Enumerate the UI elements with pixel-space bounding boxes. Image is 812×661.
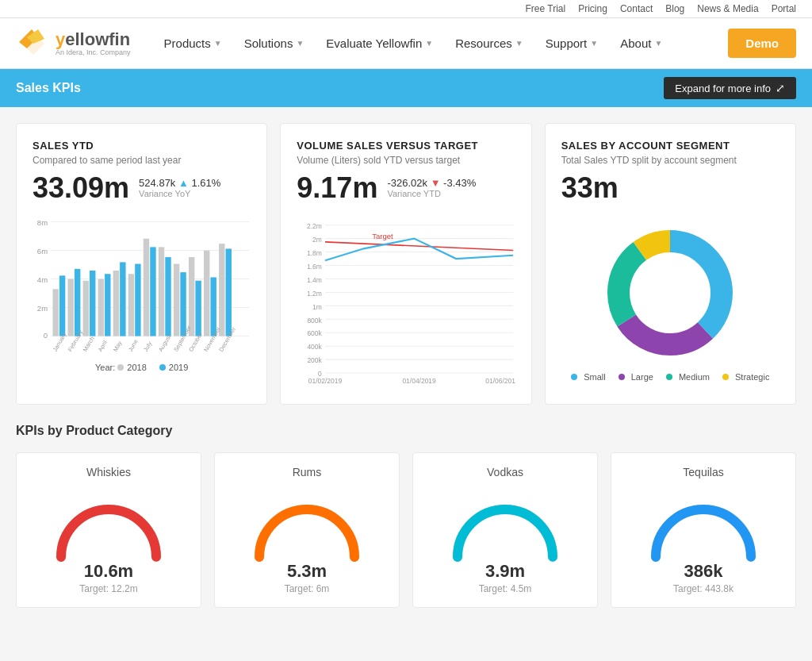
svg-point-82 bbox=[630, 253, 710, 332]
svg-rect-25 bbox=[144, 239, 149, 336]
logo-area: yellowfin An Idera, Inc. Company bbox=[16, 26, 131, 61]
sales-segment-value: 33m bbox=[561, 174, 619, 202]
large-dot bbox=[619, 374, 625, 380]
svg-text:June: June bbox=[127, 338, 140, 352]
sales-ytd-bar-chart: 8m 6m 4m 2m 0 bbox=[33, 213, 251, 356]
svg-text:March: March bbox=[82, 335, 96, 352]
vodkas-label: Vodkas bbox=[487, 466, 523, 478]
volume-variance-pct: -3.43% bbox=[443, 177, 476, 189]
svg-text:1m: 1m bbox=[312, 303, 322, 311]
logo-subtext: An Idera, Inc. Company bbox=[56, 48, 131, 56]
volume-sales-subtitle: Volume (Liters) sold YTD versus target bbox=[297, 155, 515, 166]
sales-ytd-variance-label: Variance YoY bbox=[139, 189, 190, 198]
svg-text:0: 0 bbox=[44, 331, 48, 340]
gauge-row: Whiskies 10.6m Target: 12.2m Rums 5.3m T… bbox=[16, 452, 796, 608]
legend-small: Small bbox=[571, 372, 606, 382]
logo-text: yellowfin bbox=[56, 31, 131, 48]
svg-rect-18 bbox=[90, 271, 95, 336]
svg-text:800k: 800k bbox=[308, 317, 323, 325]
sales-segment-card: SALES BY ACCOUNT SEGMENT Total Sales YTD… bbox=[545, 123, 796, 405]
vodkas-gauge-card: Vodkas 3.9m Target: 4.5m bbox=[412, 452, 598, 608]
svg-rect-16 bbox=[75, 269, 80, 336]
chevron-down-icon: ▼ bbox=[425, 39, 433, 48]
svg-rect-27 bbox=[159, 247, 164, 336]
volume-sales-value: 9.17m bbox=[297, 174, 377, 202]
dashboard: SALES YTD Compared to same period last y… bbox=[0, 107, 812, 624]
svg-rect-24 bbox=[135, 264, 140, 336]
nav-about[interactable]: About ▼ bbox=[611, 30, 672, 56]
nav-links: Products ▼ Solutions ▼ Evaluate Yellowfi… bbox=[155, 30, 721, 56]
svg-rect-20 bbox=[105, 274, 110, 336]
up-arrow-icon: ▲ bbox=[178, 177, 191, 189]
legend-2019: 2019 bbox=[169, 363, 188, 372]
chevron-down-icon: ▼ bbox=[296, 39, 304, 48]
svg-rect-29 bbox=[174, 264, 179, 336]
nav-evaluate[interactable]: Evaluate Yellowfin ▼ bbox=[316, 30, 442, 56]
main-navigation: yellowfin An Idera, Inc. Company Product… bbox=[0, 18, 812, 69]
tequilas-gauge bbox=[640, 490, 767, 569]
sales-segment-main-row: 33m bbox=[561, 174, 779, 202]
chevron-down-icon: ▼ bbox=[214, 39, 222, 48]
sales-ytd-variance-val: 524.87k bbox=[139, 177, 175, 189]
chevron-down-icon: ▼ bbox=[654, 39, 662, 48]
sales-ytd-title: SALES YTD bbox=[33, 140, 251, 152]
legend-2018-dot bbox=[117, 364, 124, 371]
svg-text:6m: 6m bbox=[37, 247, 48, 256]
volume-sales-card: VOLUME SALES VERSUS TARGET Volume (Liter… bbox=[280, 123, 531, 405]
legend-medium: Medium bbox=[666, 372, 710, 382]
legend-large: Large bbox=[619, 372, 653, 382]
free-trial-link[interactable]: Free Trial bbox=[526, 3, 566, 14]
svg-text:Target: Target bbox=[373, 232, 394, 240]
donut-chart bbox=[599, 221, 741, 364]
sales-ytd-card: SALES YTD Compared to same period last y… bbox=[16, 123, 267, 405]
sales-ytd-subtitle: Compared to same period last year bbox=[33, 155, 251, 166]
medium-dot bbox=[666, 374, 672, 380]
volume-sales-variance: -326.02k ▼ -3.43% Variance YTD bbox=[387, 174, 476, 198]
svg-rect-33 bbox=[204, 251, 209, 336]
kpi-header-title: Sales KPIs bbox=[16, 81, 81, 95]
svg-rect-26 bbox=[150, 247, 155, 336]
volume-variance-label: Variance YTD bbox=[387, 189, 440, 198]
blog-link[interactable]: Blog bbox=[665, 3, 684, 14]
svg-text:1.6m: 1.6m bbox=[307, 263, 322, 271]
svg-text:May: May bbox=[112, 340, 124, 353]
svg-text:200k: 200k bbox=[308, 356, 323, 364]
pricing-link[interactable]: Pricing bbox=[578, 3, 607, 14]
svg-text:April: April bbox=[97, 339, 109, 353]
svg-text:1.2m: 1.2m bbox=[307, 290, 322, 298]
kpi-cards-row: SALES YTD Compared to same period last y… bbox=[16, 123, 796, 405]
rums-label: Rums bbox=[293, 466, 322, 478]
svg-text:8m: 8m bbox=[37, 218, 48, 227]
nav-products[interactable]: Products ▼ bbox=[155, 30, 232, 56]
svg-rect-22 bbox=[120, 262, 125, 336]
bar-chart-legend: Year: 2018 2019 bbox=[33, 363, 251, 372]
svg-rect-13 bbox=[52, 289, 58, 336]
svg-rect-15 bbox=[67, 279, 73, 336]
sales-segment-title: SALES BY ACCOUNT SEGMENT bbox=[561, 140, 779, 152]
svg-rect-31 bbox=[189, 257, 194, 336]
svg-rect-19 bbox=[98, 279, 104, 336]
rums-gauge bbox=[243, 490, 370, 569]
chevron-down-icon: ▼ bbox=[590, 39, 598, 48]
demo-button[interactable]: Demo bbox=[728, 29, 796, 58]
svg-text:July: July bbox=[142, 340, 154, 353]
svg-rect-23 bbox=[128, 274, 134, 336]
contact-link[interactable]: Contact bbox=[620, 3, 653, 14]
small-dot bbox=[571, 374, 577, 380]
down-arrow-icon: ▼ bbox=[431, 177, 443, 189]
svg-rect-17 bbox=[83, 281, 89, 336]
svg-rect-21 bbox=[113, 271, 119, 336]
svg-text:01/02/2019: 01/02/2019 bbox=[308, 377, 343, 385]
rums-gauge-card: Rums 5.3m Target: 6m bbox=[214, 452, 400, 608]
svg-rect-14 bbox=[59, 275, 65, 336]
nav-support[interactable]: Support ▼ bbox=[536, 30, 607, 56]
expand-label: Expand for more info bbox=[675, 83, 771, 94]
nav-solutions[interactable]: Solutions ▼ bbox=[235, 30, 314, 56]
nav-resources[interactable]: Resources ▼ bbox=[446, 30, 533, 56]
expand-button[interactable]: Expand for more info ⤢ bbox=[664, 77, 796, 99]
chevron-down-icon: ▼ bbox=[515, 39, 523, 48]
whiskies-label: Whiskies bbox=[86, 466, 131, 478]
svg-text:1.8m: 1.8m bbox=[307, 249, 322, 257]
portal-link[interactable]: Portal bbox=[772, 3, 796, 14]
news-media-link[interactable]: News & Media bbox=[697, 3, 758, 14]
